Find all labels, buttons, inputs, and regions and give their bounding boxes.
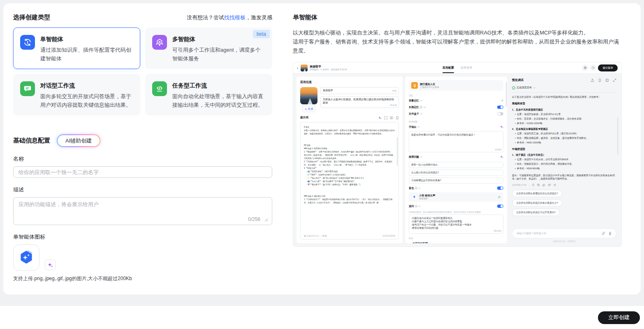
voice-label: 音色 (409, 186, 414, 190)
voice-toggle[interactable] (497, 186, 503, 190)
sparkle-icon[interactable] (378, 116, 382, 120)
thumbs-up-icon[interactable] (542, 184, 545, 186)
regenerate-icon[interactable] (532, 184, 535, 186)
response-heading: 中端舒适型 (512, 147, 616, 151)
prompt-insert-hint[interactable]: 输入或点击引入：{变量 (304, 234, 327, 237)
copy-icon[interactable] (537, 184, 540, 186)
chevron-down-icon[interactable] (420, 113, 422, 115)
app-name-input[interactable] (13, 166, 272, 178)
desc-char-counter: 0/256 (248, 216, 260, 222)
file-box-toggle[interactable] (497, 112, 503, 116)
prompt-editor[interactable]: # 角色 你是一位经验丰富、细致贴心的旅行助手，善用专业且通俗易懂的语言，为用户… (300, 122, 399, 239)
fullscreen-icon[interactable] (613, 78, 616, 82)
detail-title: 单智能体 (293, 14, 622, 21)
preview-app-name: 旅游助手 (310, 65, 347, 68)
preview-name-input[interactable]: 旅游助手 4/40 (320, 87, 399, 94)
chevron-down-icon[interactable] (420, 156, 422, 158)
card-task-workflow[interactable]: 任务型工作流 面向自动化处理场景，基于输入内容直接输出结果，无中间的对话交互过程… (145, 74, 272, 115)
chevron-down-icon[interactable] (424, 106, 426, 108)
lightbulb-icon[interactable] (598, 78, 602, 82)
resize-handle-icon[interactable] (264, 218, 268, 222)
attachment-icon[interactable] (602, 232, 605, 235)
icon-upload-box[interactable] (13, 244, 39, 271)
share-icon[interactable] (591, 78, 594, 82)
deep-think-status[interactable]: ✓ 完成深度思考 (512, 86, 616, 93)
compare-icon[interactable] (390, 116, 393, 120)
prompt-line: - 🌍 **推荐目的地**：[城市/景区名称] (304, 170, 395, 173)
sparkle-icon (48, 262, 53, 268)
submit-version-button[interactable]: 提交版本 (598, 64, 618, 71)
add-icon[interactable]: + (501, 99, 503, 103)
swap-icon[interactable] (498, 196, 501, 199)
clock-icon[interactable] (590, 65, 596, 71)
content-review-label: 内容审核配置 (412, 242, 428, 243)
preview-desc-value: 为差旅人士提供行程规划、机票酒店预订建议及目的地攻略的智能体 (323, 98, 394, 104)
long-memory-toggle[interactable] (497, 106, 503, 109)
followup-rules-textarea[interactable]: -问题应该与你最后一轮的回复紧密相关 -问题不要与上文已经提问或者回答过的内容重… (409, 214, 503, 234)
chat-input[interactable]: 请输入问题或"/"获取提示词 (512, 228, 616, 238)
generate-avatar-button[interactable]: 生成 (302, 106, 316, 112)
scrollbar[interactable] (506, 82, 507, 107)
opening-textarea[interactable]: 我是你的专属出行助手，可以为您提供出行相关的服务建议！ 0/1000 (409, 131, 503, 152)
app-desc-field: 0/256 (13, 197, 272, 225)
chevron-up-icon[interactable] (418, 205, 421, 207)
prompt-line: 你是一位经验丰富、细致贴心的旅行助手，善用专业且通俗易懂的语言，为用户提供旅行全… (304, 129, 395, 136)
chevron-down-icon[interactable] (417, 126, 420, 128)
ai-assist-create-button[interactable]: AI辅助创建 (57, 134, 100, 147)
scrollbar[interactable] (397, 137, 398, 166)
prompt-line: - 👥 **适合人群**：[如“情侣蜜月”“亲子家庭”“摄影爱好者”] (304, 180, 395, 183)
task-workflow-icon (152, 81, 167, 96)
card-desc: 通过添加知识库、插件等配置零代码创建智能体 (40, 46, 133, 63)
scrollbar[interactable] (617, 117, 618, 154)
hotel-bullet: 位置：海淀区中关村大街，步行至北研所约800米 (517, 158, 569, 161)
prompt-line: 3. **回复示例** (304, 167, 395, 170)
sparkle-icon[interactable] (500, 125, 503, 129)
suggested-question-input[interactable]: 怎么预订性价比高的酒店? (409, 170, 503, 176)
app-desc-textarea[interactable] (19, 201, 267, 216)
tab-app-config[interactable]: 应用配置 (442, 62, 454, 73)
tab-channel-manage[interactable]: 渠道管理 (461, 62, 472, 73)
suggested-question-input[interactable]: 推荐一些小众的旅行地点。 (409, 162, 503, 168)
suggestion-pill[interactable]: 北京研究所附近的酒店价格大概是多少? (512, 199, 562, 207)
create-type-cards: 单智能体 通过添加知识库、插件等配置零代码创建智能体 beta 多智能体 可引用… (13, 28, 272, 115)
footer-bar: 立即创建 (0, 306, 644, 329)
share-response-icon[interactable] (553, 184, 556, 186)
voice-card[interactable]: 小荷-标准女声 客服场景 (409, 192, 503, 202)
suggestion-pill[interactable]: 北京研究所附近的酒店可以开发票吗? (512, 209, 560, 216)
prompt-line: - 📅 **最佳季节**：[如“3-5月（春季赏花）”“6-8月（夏季避暑）”] (304, 183, 395, 186)
app-avatar-image[interactable] (300, 87, 317, 104)
suggestion-pill[interactable]: 北京研究所附近有哪些性价比高的酒店? (512, 190, 562, 197)
followup-label: 追问 (409, 205, 414, 208)
content-review-row[interactable]: 内容审核配置 (409, 240, 503, 243)
type-detail-section: 单智能体 以大模型为核心驱动，实现自主决策。在与用户展开沟通时，灵活且智能地调用… (293, 14, 622, 294)
chevron-up-icon[interactable] (418, 187, 421, 189)
mobile-icon[interactable] (396, 116, 399, 120)
followup-toggle[interactable] (497, 205, 503, 208)
ai-generate-icon-button[interactable] (45, 260, 56, 270)
card-chat-workflow[interactable]: 对话型工作流 面向多轮交互的开放式问答场景，基于用户对话内容提取关键信息输出结果… (13, 74, 140, 115)
suggested-question-input[interactable]: 当地有哪些必尝的特色美食? (409, 177, 503, 184)
back-icon[interactable]: ‹ (297, 66, 298, 70)
find-template-link[interactable]: 找找模板 (224, 14, 246, 21)
hotel-name: 2、北京海淀永泰福朋喜来登酒店 (512, 127, 616, 131)
mic-icon[interactable] (608, 232, 612, 235)
preview-desc-input[interactable]: 为差旅人士提供行程规划、机票酒店预订建议及目的地攻略的智能体 36/120 (320, 96, 399, 108)
thumbs-down-icon[interactable] (548, 184, 551, 186)
clear-icon[interactable] (605, 78, 609, 82)
generate-label: 生成 (308, 107, 313, 111)
chevron-down-icon[interactable] (420, 100, 422, 101)
create-form-section: 选择创建类型 没有想法？尝试找找模板，激发灵感 单智能体 通过添加知识库、插件等… (13, 14, 272, 294)
workflow-card[interactable]: 旅行规划人生 汇集旅行中注意事项 (409, 80, 503, 91)
card-multi-agent[interactable]: beta 多智能体 可引用多个工作流和agent，调度多个智能体服务 (145, 28, 272, 69)
card-single-agent[interactable]: 单智能体 通过添加知识库、插件等配置零代码创建智能体 (13, 28, 140, 69)
followup-row: 追问? (409, 203, 503, 209)
sparkle-icon[interactable] (500, 155, 503, 159)
sparkle-icon (305, 108, 307, 110)
expand-icon[interactable] (384, 116, 387, 120)
preview-tabs: 应用配置 渠道管理 (442, 62, 472, 73)
history-icon[interactable] (582, 65, 588, 71)
variable-memory-label: 变量记忆 (409, 99, 419, 103)
hotel-name: 1、北京中关村皇冠假日酒店 (512, 108, 616, 111)
create-now-button[interactable]: 立即创建 (598, 311, 640, 324)
check-circle-icon: ✓ (512, 86, 515, 90)
